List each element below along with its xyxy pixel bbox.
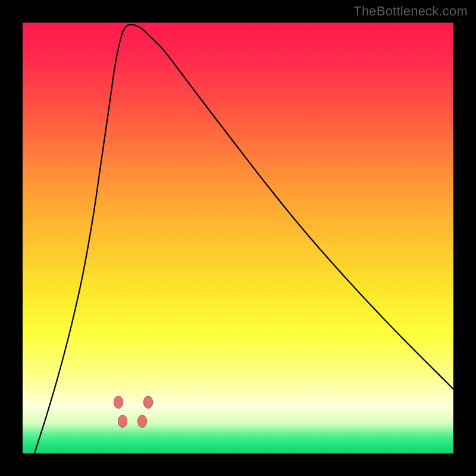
marker-group	[114, 396, 152, 428]
marker-right-high	[143, 396, 152, 409]
marker-left-low	[118, 415, 127, 428]
curve-layer	[23, 23, 453, 453]
chart-frame: TheBottleneck.com	[0, 0, 476, 476]
marker-right-low	[137, 415, 146, 428]
plot-area	[23, 23, 453, 453]
bottleneck-curve	[35, 24, 453, 453]
marker-left-high	[114, 396, 123, 409]
watermark-text: TheBottleneck.com	[353, 4, 468, 19]
